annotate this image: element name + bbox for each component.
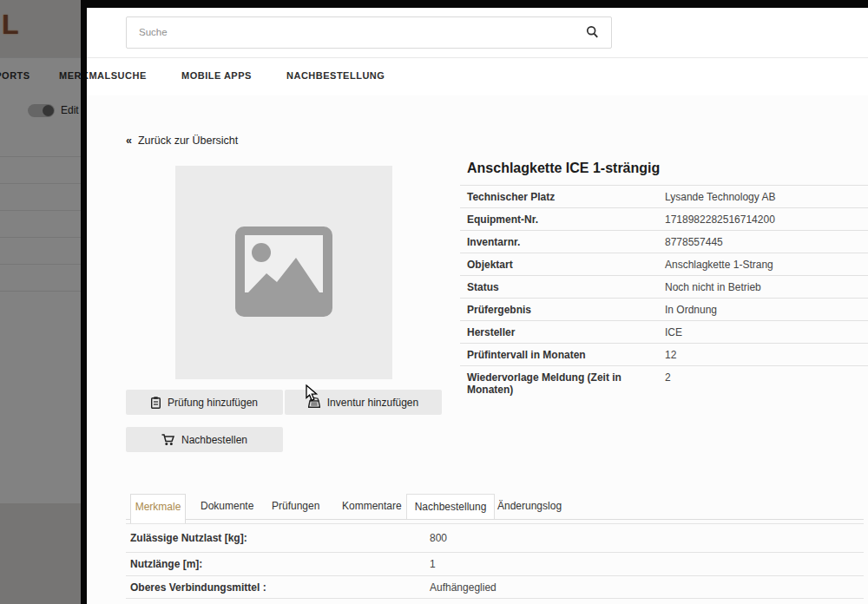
table-row: Oberes Verbindungsmittel :Aufhängeglied [126,575,864,598]
details-table: Technischer PlatzLysande Technology AB E… [460,185,868,404]
table-row: ObjektartAnschlagkette 1-Strang [460,253,868,275]
back-link[interactable]: «Zurück zur Übersicht [126,135,238,147]
nav-item-mobile-apps[interactable]: MOBILE APPS [181,70,252,81]
tab-dokumente[interactable]: Dokumente [201,494,253,519]
header-bar [87,8,868,57]
top-black-strip [81,0,868,8]
detail-tabs: Merkmale Dokumente Prüfungen Kommentare … [126,494,864,520]
reorder-button[interactable]: Nachbestellen [126,427,283,452]
table-row: HerstellerICE [460,320,868,343]
add-inspection-label: Prüfung hinzufügen [168,397,258,409]
dim-overlay [0,0,81,604]
mouse-cursor-icon [306,384,319,402]
table-row: PrüfergebnisIn Ordnung [460,298,868,320]
merkmale-table: Zulässige Nutzlast [kg]:800 Nutzlänge [m… [126,523,864,604]
back-chevrons-icon: « [126,135,132,147]
equipment-title: Anschlagkette ICE 1-strängig [467,161,660,176]
table-row: Nutzlänge [m]:1 [126,552,864,575]
table-row: Zulässige Nutzlast [kg]:800 [126,523,864,552]
image-placeholder-icon [235,223,332,320]
clipboard-icon [151,397,161,409]
tab-merkmale[interactable]: Merkmale [130,494,186,523]
tab-aenderungslog[interactable]: Änderungslog [497,494,562,519]
table-row: Equipment-Nr.1718982282516714200 [460,207,868,230]
search-icon[interactable] [586,25,599,43]
main-nav: REPORTS MERKMALSUCHE MOBILE APPS NACHBES… [0,57,868,96]
tab-nachbestellung[interactable]: Nachbestellung [406,494,495,519]
table-row: Unteres Verbindungsmittel :Schäkel / Gab… [126,598,864,604]
app-window: L REPORTS MERKMALSUCHE MOBILE APPS NACHB… [0,0,868,604]
add-inventory-label: Inventur hinzufügen [327,397,418,409]
table-row: Wiedervorlage Meldung (Zeit in Monaten)2 [460,365,868,404]
main-content: «Zurück zur Übersicht Prüfung hinzufügen [87,95,868,604]
cart-icon [161,434,174,446]
table-row: StatusNoch nicht in Betrieb [460,275,868,298]
reorder-label: Nachbestellen [181,434,247,446]
tab-kommentare[interactable]: Kommentare [342,494,402,519]
table-row: Inventarnr.8778557445 [460,230,868,253]
panel-edge-bar [81,0,87,604]
table-row: Technischer PlatzLysande Technology AB [460,185,868,207]
add-inspection-button[interactable]: Prüfung hinzufügen [126,390,283,415]
equipment-image-placeholder [175,166,392,379]
tab-pruefungen[interactable]: Prüfungen [272,494,319,519]
nav-item-nachbestellung[interactable]: NACHBESTELLUNG [286,70,385,81]
back-link-label: Zurück zur Übersicht [138,135,238,147]
search-box[interactable] [126,16,612,49]
search-input[interactable] [127,17,573,46]
table-row: Prüfintervall in Monaten12 [460,343,868,365]
